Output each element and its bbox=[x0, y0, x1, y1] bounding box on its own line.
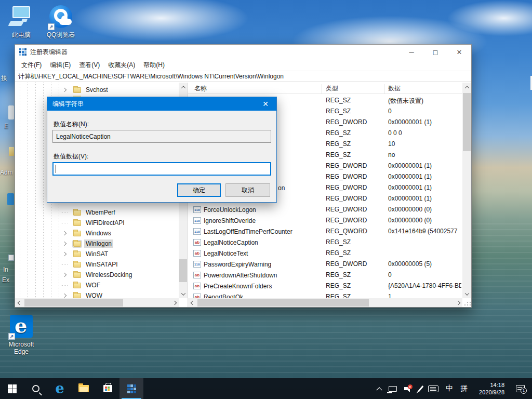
value-data-input[interactable] bbox=[52, 162, 271, 176]
scroll-right-arrow[interactable] bbox=[170, 298, 179, 307]
scroll-up-arrow[interactable] bbox=[179, 83, 188, 91]
tree-item-windows[interactable]: Windows bbox=[15, 228, 171, 238]
expand-arrow-icon[interactable] bbox=[62, 231, 66, 235]
scrollbar-thumb[interactable] bbox=[24, 299, 123, 307]
value-name-cell: 110IgnoreShiftOveride bbox=[193, 215, 321, 226]
value-type-cell: REG_DWORD bbox=[326, 195, 367, 202]
scroll-up-arrow[interactable] bbox=[462, 83, 471, 91]
menu-item-1[interactable]: 编辑(E) bbox=[46, 61, 75, 70]
expand-arrow-icon[interactable] bbox=[62, 273, 66, 277]
menu-item-2[interactable]: 查看(V) bbox=[75, 61, 104, 70]
keyboard-icon bbox=[428, 385, 438, 392]
value-name-cell: 110PasswordExpiryWarning bbox=[193, 259, 321, 270]
tray-volume-button[interactable]: ✕ bbox=[401, 378, 416, 399]
tree-connector bbox=[61, 285, 68, 286]
maximize-button[interactable]: ◻ bbox=[423, 45, 447, 59]
tray-pen-button[interactable] bbox=[416, 378, 425, 399]
tree-horizontal-scrollbar[interactable] bbox=[15, 298, 179, 307]
notification-count-badge: 1 bbox=[521, 388, 527, 394]
expand-arrow-icon[interactable] bbox=[62, 88, 66, 92]
menu-item-4[interactable]: 帮助(H) bbox=[139, 61, 169, 70]
dialog-close-button[interactable]: ✕ bbox=[255, 97, 276, 111]
expand-arrow-icon[interactable] bbox=[62, 252, 66, 256]
qq-cloud-shape bbox=[59, 19, 72, 25]
taskbar-clock[interactable]: 14:18 2020/9/28 bbox=[471, 378, 512, 399]
partial-desktop-icon-label: Adm bbox=[0, 169, 15, 176]
column-header-type[interactable]: 类型 bbox=[326, 84, 338, 93]
close-button[interactable]: ✕ bbox=[447, 45, 471, 59]
scrollbar-thumb[interactable] bbox=[197, 299, 369, 307]
value-data-cell: 0 bbox=[388, 108, 461, 115]
value-row-passwordexpirywarning[interactable]: 110PasswordExpiryWarningREG_DWORD0x00000… bbox=[188, 259, 462, 270]
value-row-precreateknownfolders[interactable]: abPreCreateKnownFoldersREG_SZ{A520A1A4-1… bbox=[188, 281, 462, 291]
tree-item-wifidirectapi[interactable]: WiFiDirectAPI bbox=[15, 218, 171, 228]
tree-item-wof[interactable]: WOF bbox=[15, 280, 171, 290]
tree-item-winsatapi[interactable]: WinSATAPI bbox=[15, 259, 171, 270]
desktop-icon-label: 此电脑 bbox=[1, 31, 42, 38]
ime-layout-button[interactable]: 拼 bbox=[457, 378, 471, 399]
value-name-field[interactable]: LegalNoticeCaption bbox=[52, 130, 271, 143]
menu-item-3[interactable]: 收藏夹(A) bbox=[104, 61, 139, 70]
tree-item-wbemperf[interactable]: WbemPerf bbox=[15, 207, 171, 218]
scrollbar-thumb[interactable] bbox=[179, 259, 187, 282]
tray-touch-keyboard-button[interactable] bbox=[424, 378, 442, 399]
volume-muted-icon: ✕ bbox=[404, 385, 413, 392]
value-row-legalnoticetext[interactable]: abLegalNoticeTextREG_SZ bbox=[188, 248, 462, 259]
taskbar-file-explorer-button[interactable] bbox=[72, 378, 96, 399]
folder-icon bbox=[73, 251, 81, 257]
value-row-ignoreshiftoveride[interactable]: 110IgnoreShiftOverideREG_DWORD0x00000000… bbox=[188, 215, 462, 226]
column-separator[interactable] bbox=[384, 84, 384, 94]
dialog-title-bar[interactable]: 编辑字符串 ✕ bbox=[47, 97, 276, 111]
taskbar-store-button[interactable] bbox=[96, 378, 119, 399]
value-row-lastlogoffendtimeperfcounter[interactable]: 110LastLogOffEndTimePerfCounterREG_QWORD… bbox=[188, 226, 462, 237]
address-bar[interactable]: 计算机\HKEY_LOCAL_MACHINE\SOFTWARE\Microsof… bbox=[15, 71, 471, 82]
list-vertical-scrollbar[interactable] bbox=[462, 83, 471, 298]
expand-arrow-icon[interactable] bbox=[62, 294, 66, 298]
minimize-button[interactable]: ─ bbox=[400, 45, 423, 59]
clock-date: 2020/9/28 bbox=[479, 389, 504, 396]
scroll-down-arrow[interactable] bbox=[462, 289, 471, 298]
action-center-button[interactable]: 1 bbox=[512, 378, 532, 399]
ime-language-button[interactable]: 中 bbox=[442, 378, 457, 399]
value-type-cell: REG_DWORD bbox=[326, 184, 367, 191]
taskbar-regedit-button[interactable] bbox=[119, 378, 143, 399]
taskbar-search-button[interactable] bbox=[24, 378, 48, 399]
partial-desktop-icon-label: 接 bbox=[1, 74, 15, 83]
scroll-right-arrow[interactable] bbox=[454, 298, 462, 307]
value-data-cell: 0x00000000 (0) bbox=[388, 217, 461, 224]
column-separator[interactable] bbox=[322, 84, 322, 94]
tree-item-winsat[interactable]: WinSAT bbox=[15, 249, 171, 259]
scroll-down-arrow[interactable] bbox=[179, 289, 188, 298]
tray-network-button[interactable] bbox=[385, 378, 401, 399]
value-row-legalnoticecaption[interactable]: abLegalNoticeCaptionREG_SZ bbox=[188, 237, 462, 248]
column-header-data[interactable]: 数据 bbox=[388, 84, 401, 93]
tree-item-svchost[interactable]: Svchost bbox=[15, 85, 171, 95]
desktop-icon-microsoft-edge[interactable]: e ↗ Microsoft Edge bbox=[1, 315, 42, 355]
desktop-icon-this-pc[interactable]: 此电脑 bbox=[1, 5, 42, 38]
expand-arrow-icon[interactable] bbox=[62, 242, 66, 246]
folder-icon bbox=[73, 87, 81, 93]
value-data-cell: 0x00000001 (1) bbox=[388, 184, 461, 191]
scrollbar-thumb[interactable] bbox=[463, 93, 471, 151]
value-row-forceunlocklogon[interactable]: 110ForceUnlockLogonREG_DWORD0x00000000 (… bbox=[188, 204, 462, 215]
desktop-icon-qq-browser[interactable]: ↗ QQ浏览器 bbox=[41, 5, 81, 38]
folder-icon bbox=[73, 262, 81, 268]
ok-button[interactable]: 确定 bbox=[177, 183, 221, 197]
scroll-left-arrow[interactable] bbox=[188, 298, 197, 307]
tray-show-hidden-icons-button[interactable] bbox=[374, 378, 385, 399]
partial-desktop-icon-label: E bbox=[4, 123, 15, 130]
column-header-name[interactable]: 名称 bbox=[194, 84, 207, 93]
tree-item-wirelessdocking[interactable]: WirelessDocking bbox=[15, 270, 171, 280]
qq-browser-icon: ↗ bbox=[49, 5, 73, 29]
start-button[interactable] bbox=[0, 378, 24, 399]
cancel-button[interactable]: 取消 bbox=[225, 183, 270, 197]
value-row-powerdownaftershutdown[interactable]: abPowerdownAfterShutdownREG_SZ0 bbox=[188, 270, 462, 281]
taskbar-edge-button[interactable]: e bbox=[48, 378, 72, 399]
menu-item-0[interactable]: 文件(F) bbox=[17, 61, 46, 70]
regedit-icon bbox=[127, 384, 136, 393]
window-resize-grip[interactable] bbox=[463, 299, 471, 307]
scroll-left-arrow[interactable] bbox=[15, 298, 24, 307]
title-bar[interactable]: 注册表编辑器 ─ ◻ ✕ bbox=[15, 45, 471, 59]
list-horizontal-scrollbar[interactable] bbox=[188, 298, 462, 307]
tree-item-winlogon[interactable]: Winlogon bbox=[15, 238, 171, 249]
